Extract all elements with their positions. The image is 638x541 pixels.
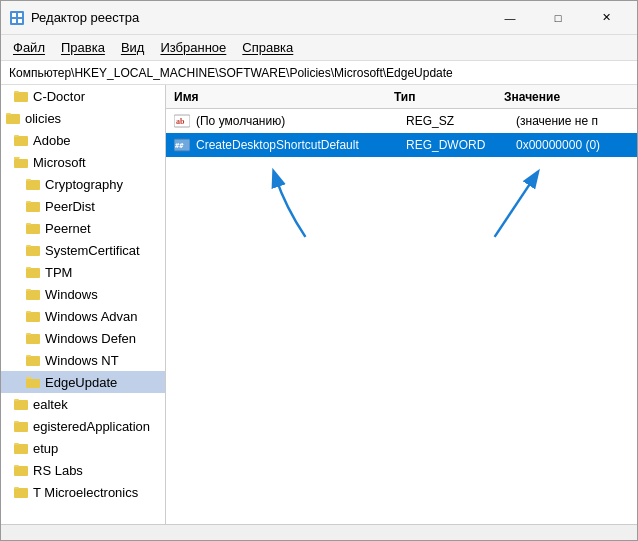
tree-item-olicies[interactable]: olicies (1, 107, 165, 129)
row-type-default: REG_SZ (406, 114, 516, 128)
title-bar: Редактор реестра ― □ ✕ (1, 1, 637, 35)
row-value-default: (значение не п (516, 114, 629, 128)
folder-icon (25, 264, 41, 280)
svg-rect-1 (12, 13, 16, 17)
svg-rect-24 (26, 290, 40, 300)
svg-rect-43 (14, 487, 19, 489)
minimize-button[interactable]: ― (487, 6, 533, 30)
tree-label: ealtek (33, 397, 68, 412)
svg-rect-29 (26, 333, 31, 335)
tree-item-windows-advan[interactable]: Windows Advan (1, 305, 165, 327)
tree-item-microsoft[interactable]: Microsoft (1, 151, 165, 173)
folder-icon (25, 242, 41, 258)
menu-help[interactable]: Справка (234, 38, 301, 57)
menu-view[interactable]: Вид (113, 38, 153, 57)
svg-rect-31 (26, 355, 31, 357)
svg-rect-39 (14, 443, 19, 445)
header-value: Значение (504, 90, 629, 104)
status-bar (1, 524, 637, 540)
svg-rect-7 (14, 91, 19, 93)
tree-label: egisteredApplication (33, 419, 150, 434)
svg-rect-22 (26, 268, 40, 278)
folder-icon (25, 220, 41, 236)
tree-label: EdgeUpdate (45, 375, 117, 390)
maximize-button[interactable]: □ (535, 6, 581, 30)
svg-rect-11 (14, 135, 19, 137)
tree-item-regapp[interactable]: egisteredApplication (1, 415, 165, 437)
tree-label: RS Labs (33, 463, 83, 478)
tree-item-cdoctor[interactable]: C-Doctor (1, 85, 165, 107)
svg-rect-4 (18, 19, 22, 23)
svg-rect-20 (26, 246, 40, 256)
folder-icon (25, 176, 41, 192)
tree-item-windows-nt[interactable]: Windows NT (1, 349, 165, 371)
folder-icon (25, 330, 41, 346)
svg-rect-9 (6, 113, 11, 115)
folder-icon (25, 308, 41, 324)
svg-rect-3 (12, 19, 16, 23)
menu-edit[interactable]: Правка (53, 38, 113, 57)
tree-item-tpm[interactable]: TPM (1, 261, 165, 283)
svg-rect-19 (26, 223, 31, 225)
folder-icon (13, 484, 29, 500)
tree-item-ealtek[interactable]: ealtek (1, 393, 165, 415)
folder-icon (13, 462, 29, 478)
svg-rect-38 (14, 444, 28, 454)
tree-label: etup (33, 441, 58, 456)
svg-rect-42 (14, 488, 28, 498)
tree-label: T Microelectronics (33, 485, 138, 500)
svg-rect-25 (26, 289, 31, 291)
svg-rect-32 (26, 379, 40, 388)
tree-label: Windows Defen (45, 331, 136, 346)
header-type: Тип (394, 90, 504, 104)
content-header: Имя Тип Значение (166, 85, 637, 109)
registry-tree[interactable]: C-Doctor olicies Adobe Mic (1, 85, 166, 524)
tree-item-cryptography[interactable]: Cryptography (1, 173, 165, 195)
tree-item-windows[interactable]: Windows (1, 283, 165, 305)
svg-rect-17 (26, 201, 31, 203)
tree-item-adobe[interactable]: Adobe (1, 129, 165, 151)
svg-text:##: ## (175, 142, 184, 150)
svg-rect-40 (14, 466, 28, 476)
registry-rows: ab (По умолчанию) REG_SZ (значение не п … (166, 109, 637, 524)
menu-file[interactable]: Файл (5, 38, 53, 57)
tree-label: Peernet (45, 221, 91, 236)
tree-label: TPM (45, 265, 72, 280)
svg-rect-27 (26, 311, 31, 313)
registry-row-default[interactable]: ab (По умолчанию) REG_SZ (значение не п (166, 109, 637, 133)
tree-item-peerdist[interactable]: PeerDist (1, 195, 165, 217)
window-title: Редактор реестра (31, 10, 487, 25)
tree-item-systemcert[interactable]: SystemCertificat (1, 239, 165, 261)
tree-item-tmicro[interactable]: T Microelectronics (1, 481, 165, 503)
tree-label: C-Doctor (33, 89, 85, 104)
tree-item-etup[interactable]: etup (1, 437, 165, 459)
tree-label: Windows NT (45, 353, 119, 368)
svg-rect-36 (14, 422, 28, 432)
app-icon (9, 10, 25, 26)
close-button[interactable]: ✕ (583, 6, 629, 30)
folder-icon (25, 352, 41, 368)
tree-label: Cryptography (45, 177, 123, 192)
content-panel: Имя Тип Значение ab (По умолчанию) REG_S… (166, 85, 637, 524)
tree-label: Microsoft (33, 155, 86, 170)
tree-item-rslabs[interactable]: RS Labs (1, 459, 165, 481)
tree-item-edgeupdate[interactable]: EdgeUpdate (1, 371, 165, 393)
registry-row-shortcut[interactable]: ## CreateDesktopShortcutDefault REG_DWOR… (166, 133, 637, 157)
svg-text:ab: ab (176, 117, 185, 126)
folder-icon (25, 198, 41, 214)
menu-favorites[interactable]: Избранное (152, 38, 234, 57)
folder-icon (5, 110, 21, 126)
header-name: Имя (174, 90, 394, 104)
svg-rect-15 (26, 179, 31, 181)
tree-item-peernet[interactable]: Peernet (1, 217, 165, 239)
address-bar: Компьютер\HKEY_LOCAL_MACHINE\SOFTWARE\Po… (1, 61, 637, 85)
menu-bar: Файл Правка Вид Избранное Справка (1, 35, 637, 61)
svg-rect-12 (14, 159, 28, 168)
svg-rect-10 (14, 136, 28, 146)
tree-label: Windows (45, 287, 98, 302)
tree-item-windows-defen[interactable]: Windows Defen (1, 327, 165, 349)
svg-rect-37 (14, 421, 19, 423)
row-type-shortcut: REG_DWORD (406, 138, 516, 152)
tree-label: olicies (25, 111, 61, 126)
folder-icon (25, 286, 41, 302)
